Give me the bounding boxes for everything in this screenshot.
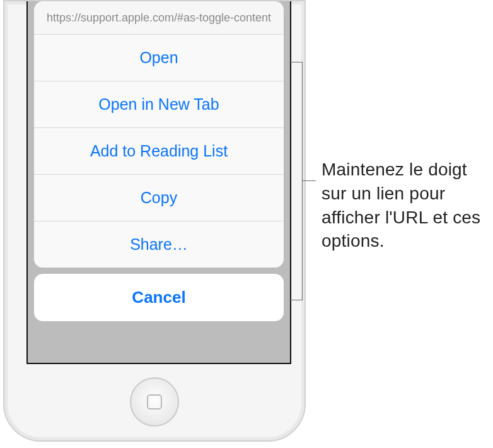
cancel-group: Cancel (34, 274, 284, 321)
open-in-new-tab-button[interactable]: Open in New Tab (34, 81, 284, 128)
link-url-header: https://support.apple.com/#as-toggle-con… (34, 1, 284, 35)
action-sheet: https://support.apple.com/#as-toggle-con… (34, 1, 284, 321)
copy-button[interactable]: Copy (34, 175, 284, 221)
phone-frame: https://support.apple.com/#as-toggle-con… (0, 0, 309, 448)
home-button-icon (147, 394, 162, 410)
phone-screen: https://support.apple.com/#as-toggle-con… (26, 1, 291, 364)
action-sheet-options: https://support.apple.com/#as-toggle-con… (34, 1, 284, 268)
callout-text: Maintenez le doigt sur un lien pour affi… (322, 158, 492, 253)
share-button[interactable]: Share… (34, 221, 284, 268)
add-to-reading-list-button[interactable]: Add to Reading List (34, 128, 284, 175)
open-button[interactable]: Open (34, 35, 284, 81)
cancel-button[interactable]: Cancel (34, 274, 284, 321)
home-button[interactable] (130, 377, 179, 427)
phone-body: https://support.apple.com/#as-toggle-con… (3, 0, 306, 442)
